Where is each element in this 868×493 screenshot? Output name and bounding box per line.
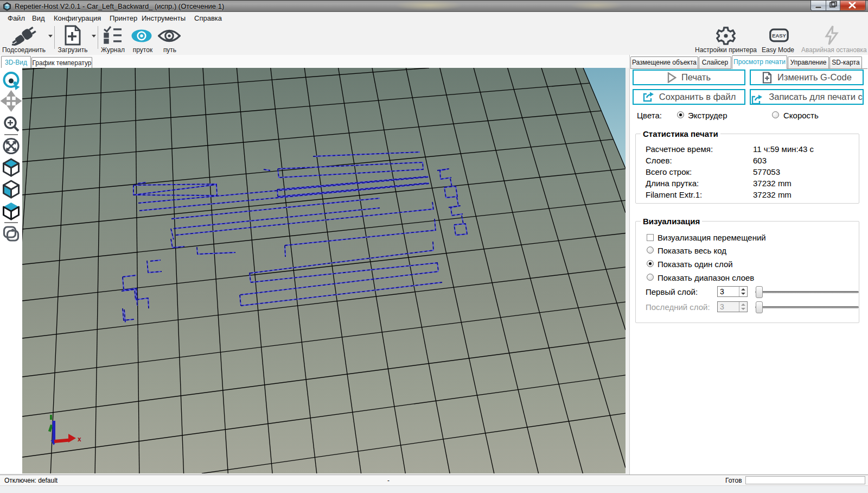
svg-text:x: x: [78, 435, 81, 443]
svg-text:EASY: EASY: [772, 33, 786, 39]
